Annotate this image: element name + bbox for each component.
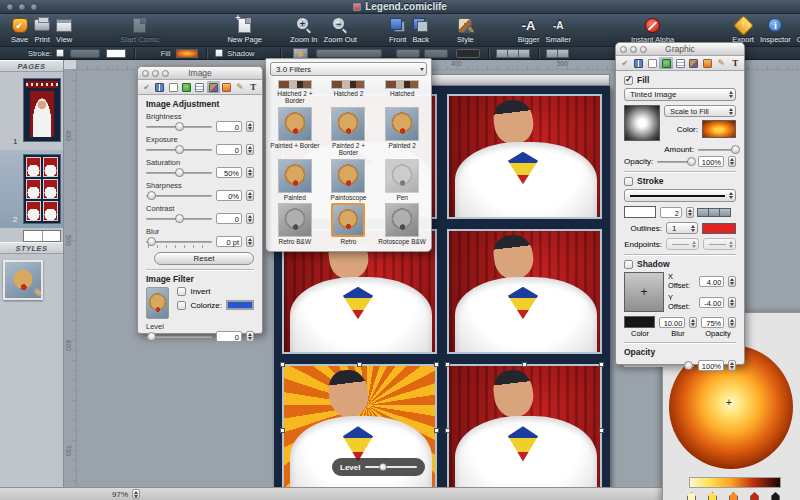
tab-style[interactable]	[220, 81, 233, 93]
tab-layout[interactable]	[153, 81, 166, 93]
filter-hatched2[interactable]: Hatched 2	[322, 79, 376, 106]
exposure-slider[interactable]	[146, 145, 212, 155]
stroke-color-well[interactable]	[624, 206, 656, 218]
tab-page[interactable]	[167, 81, 180, 93]
page-thumbnail-2-selected[interactable]: 2	[0, 150, 63, 228]
exposure-field[interactable]: 0	[216, 144, 242, 155]
selection-handle[interactable]	[599, 428, 604, 433]
fill-color-well[interactable]	[176, 49, 198, 58]
image-palette-titlebar[interactable]: Image	[138, 67, 262, 80]
selection-handle[interactable]	[445, 362, 450, 367]
print-button[interactable]: Print	[34, 16, 50, 44]
colorize-color-well[interactable]	[226, 300, 254, 310]
filter-paintoscope[interactable]: Paintoscope	[322, 158, 376, 202]
y-offset-field[interactable]: -4.00	[699, 297, 724, 308]
comic-panel-4[interactable]	[447, 229, 602, 354]
graphic-palette-titlebar[interactable]: Graphic	[616, 43, 744, 56]
smaller-button[interactable]: -A Smaller	[545, 16, 570, 44]
save-button[interactable]: ✓ Save	[11, 16, 28, 44]
zoom-out-button[interactable]: − Zoom Out	[324, 16, 357, 44]
tab-graphic[interactable]	[180, 81, 193, 93]
level-hud-slider[interactable]	[365, 463, 417, 471]
sharpness-field[interactable]: 0%	[216, 190, 242, 201]
tab-layout[interactable]	[632, 57, 646, 69]
tab-check[interactable]: ✔	[140, 81, 153, 93]
exposure-stepper[interactable]	[246, 144, 254, 155]
selection-handle[interactable]	[280, 428, 285, 433]
blur-field[interactable]: 0 pt	[216, 236, 242, 247]
master-opacity-stepper[interactable]	[728, 360, 736, 371]
gradient-bar[interactable]	[689, 477, 781, 488]
selection-handle[interactable]	[522, 362, 527, 367]
align-segment[interactable]	[497, 49, 530, 58]
fill-type-dropdown[interactable]: Tinted Image	[624, 88, 736, 101]
level-stepper[interactable]	[246, 331, 254, 342]
filter-painted2-border[interactable]: Painted 2 + Border	[322, 106, 376, 158]
outline-color-well[interactable]	[702, 223, 736, 234]
back-button[interactable]: Back	[412, 16, 429, 44]
saturation-stepper[interactable]	[246, 167, 254, 178]
color-stop-3[interactable]	[729, 492, 738, 500]
tab-image-selected[interactable]	[207, 81, 220, 93]
x-offset-stepper[interactable]	[728, 276, 736, 287]
zoom-icon[interactable]	[162, 70, 169, 77]
contrast-slider[interactable]	[146, 214, 212, 224]
tab-image[interactable]	[687, 57, 701, 69]
stroke-color-well[interactable]	[106, 49, 126, 58]
fill-checkbox[interactable]	[624, 76, 633, 85]
sharpness-stepper[interactable]	[246, 190, 254, 201]
stroke-align-segment[interactable]	[698, 208, 731, 217]
stroke-style-dropdown[interactable]	[624, 189, 736, 202]
colorize-checkbox[interactable]	[177, 301, 186, 310]
filter-preview-well[interactable]	[146, 287, 169, 319]
brightness-stepper[interactable]	[246, 121, 254, 132]
zoom-in-button[interactable]: + Zoom In	[290, 16, 318, 44]
instant-alpha-button[interactable]: Instant Alpha	[631, 16, 674, 44]
tab-text[interactable]: T	[247, 81, 260, 93]
close-button[interactable]	[6, 3, 14, 11]
contrast-field[interactable]: 0	[216, 213, 242, 224]
image-fill-thumbnail[interactable]	[293, 48, 308, 59]
close-icon[interactable]	[620, 46, 627, 53]
contrast-stepper[interactable]	[246, 213, 254, 224]
color-stop-5[interactable]	[771, 492, 780, 500]
fill-opacity-stepper[interactable]	[728, 156, 736, 167]
comic-panel-6-selected[interactable]	[447, 364, 602, 487]
tab-text[interactable]: T	[728, 57, 742, 69]
shadow-blur-field[interactable]: 10.00	[659, 317, 686, 328]
page-thumbnail-1[interactable]: 1	[0, 72, 63, 150]
color-stop-4-selected[interactable]	[750, 492, 759, 500]
shadow-opacity-stepper[interactable]	[728, 317, 736, 328]
x-offset-field[interactable]: 4.00	[699, 276, 724, 287]
list-segment[interactable]	[547, 49, 569, 58]
shadow-checkbox[interactable]	[624, 260, 633, 269]
filter-retro-bw[interactable]: Retro B&W	[268, 202, 322, 246]
level-slider[interactable]	[146, 332, 212, 342]
tab-page[interactable]	[646, 57, 660, 69]
scale-mode-dropdown[interactable]: Scale to Fill	[664, 105, 736, 117]
tab-table[interactable]	[673, 57, 687, 69]
zoom-icon[interactable]	[640, 46, 647, 53]
shadow-color-well[interactable]	[624, 316, 655, 328]
selection-handle[interactable]	[357, 362, 362, 367]
view-button[interactable]: View	[56, 16, 72, 44]
page-2-thumb[interactable]	[23, 154, 61, 224]
inspector-button[interactable]: i Inspector	[760, 16, 791, 44]
filter-pen[interactable]: Pen	[375, 158, 429, 202]
fill-tint-color-well[interactable]	[702, 120, 736, 138]
selection-handle[interactable]	[434, 428, 439, 433]
reset-button[interactable]: Reset	[154, 252, 254, 265]
filter-rotoscope-bw[interactable]: Rotoscope B&W	[375, 202, 429, 246]
saturation-field[interactable]: 50%	[216, 167, 242, 178]
invert-checkbox[interactable]	[177, 287, 186, 296]
tab-graphic-selected[interactable]	[659, 57, 673, 69]
title-bar[interactable]: Legend.comiclife	[0, 0, 800, 14]
level-field[interactable]: 0	[216, 331, 242, 342]
sharpness-slider[interactable]	[146, 191, 212, 201]
selection-handle[interactable]	[280, 362, 285, 367]
tab-pencil[interactable]: ✎	[714, 57, 728, 69]
tab-style[interactable]	[701, 57, 715, 69]
zoom-stepper[interactable]	[132, 489, 140, 499]
filter-hatched[interactable]: Hatched	[375, 79, 429, 106]
tab-table[interactable]	[193, 81, 206, 93]
